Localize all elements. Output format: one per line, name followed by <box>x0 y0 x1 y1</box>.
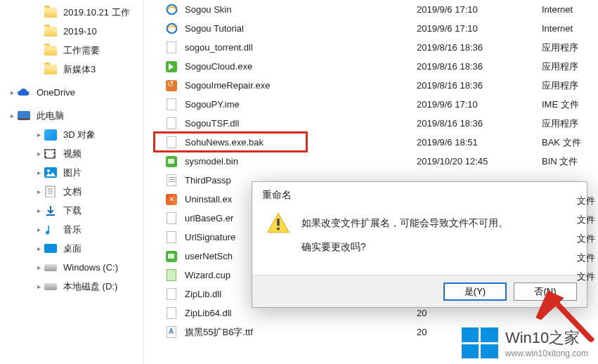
tree-item-folder[interactable]: 新媒体3 <box>0 60 143 79</box>
tree-item-doc[interactable]: ▸文档 <box>0 182 143 201</box>
watermark-url: www.win10xitong.com <box>505 349 588 358</box>
music-icon <box>44 223 58 237</box>
expand-caret-icon[interactable]: ▸ <box>34 282 44 290</box>
file-type: 应用程序 <box>542 60 578 73</box>
file-row[interactable]: Sogou Skin2019/9/6 17:10Internet <box>144 0 598 19</box>
file-date: 20 <box>417 308 542 318</box>
tree-item-label: 3D 对象 <box>63 129 96 141</box>
tree-item-folder[interactable]: 工作需要 <box>0 41 143 60</box>
file-row[interactable]: SogouPY.ime2019/9/6 17:10IME 文件 <box>144 95 598 114</box>
expand-caret-icon[interactable]: ▸ <box>7 112 17 119</box>
svg-rect-0 <box>45 150 55 158</box>
file-sys-icon <box>165 155 178 168</box>
tree-item-3d[interactable]: ▸3D 对象 <box>0 125 143 144</box>
file-row[interactable]: SogouImeRepair.exe2019/8/16 18:36应用程序 <box>144 76 598 95</box>
rename-dialog: 重命名 如果改变文件扩展名，可能会导致文件不可用。 确实要更改吗? 是(Y) 否… <box>252 181 587 308</box>
doc-icon <box>44 185 58 199</box>
file-date: 2019/9/6 17:10 <box>417 99 542 110</box>
file-row[interactable]: Sogou Tutorial2019/9/6 17:10Internet <box>144 19 598 38</box>
file-text-icon <box>165 174 178 187</box>
file-name: ZipLib64.dll <box>185 308 232 318</box>
file-name: SogouPY.ime <box>185 99 240 110</box>
type-column-edge: 文件文件文件文件文件 <box>577 191 595 286</box>
svg-rect-13 <box>46 214 55 216</box>
file-exe-orange-icon <box>165 79 178 92</box>
expand-caret-icon[interactable]: ▸ <box>34 169 44 176</box>
tree-item-label: 2019-10 <box>63 26 97 37</box>
tree-item-video[interactable]: ▸视频 <box>0 144 143 163</box>
file-type: IME 文件 <box>542 98 579 111</box>
file-date: 2019/9/6 17:10 <box>417 23 542 34</box>
file-date: 2019/10/20 12:45 <box>417 156 542 167</box>
expand-caret-icon[interactable]: ▸ <box>34 207 44 214</box>
tree-item-label: 音乐 <box>63 223 82 236</box>
drive-icon <box>44 261 58 275</box>
expand-caret-icon[interactable]: ▸ <box>7 89 17 96</box>
onedrive-icon <box>17 86 31 100</box>
tree-item-label: 此电脑 <box>37 110 64 122</box>
tree-item-onedrive[interactable]: ▸OneDrive <box>0 83 143 102</box>
tree-item-desktop[interactable]: ▸桌面 <box>0 239 143 258</box>
tree-item-drive[interactable]: ▸本地磁盘 (D:) <box>0 277 143 296</box>
svg-point-8 <box>47 169 50 172</box>
tree-item-drive[interactable]: ▸Windows (C:) <box>0 258 143 277</box>
svg-point-15 <box>167 24 176 34</box>
file-blank-icon <box>165 212 178 225</box>
dialog-button-row: 是(Y) 否(N) <box>252 275 587 307</box>
tree-item-folder[interactable]: 2019.10.21 工作 <box>0 3 143 22</box>
expand-caret-icon[interactable]: ▸ <box>34 150 44 157</box>
tree-item-label: 2019.10.21 工作 <box>63 6 130 19</box>
file-row[interactable]: SogouTSF.dll2019/8/16 18:36应用程序 <box>144 114 598 133</box>
tree-item-pic[interactable]: ▸图片 <box>0 163 143 182</box>
tree-item-label: 视频 <box>63 148 82 160</box>
expand-caret-icon[interactable]: ▸ <box>34 131 44 138</box>
svg-rect-4 <box>53 149 56 150</box>
file-name: Sogou Tutorial <box>185 23 244 34</box>
tree-item-label: OneDrive <box>37 87 75 98</box>
expand-caret-icon[interactable]: ▸ <box>34 188 44 195</box>
dialog-message-1: 如果改变文件扩展名，可能会导致文件不可用。 <box>301 212 508 235</box>
svg-rect-6 <box>53 156 56 157</box>
file-row[interactable]: SogouCloud.exe2019/8/16 18:36应用程序 <box>144 57 598 76</box>
desktop-icon <box>44 242 58 256</box>
svg-rect-5 <box>53 152 56 154</box>
file-type: BIN 文件 <box>542 155 578 168</box>
file-name: urlBaseG.er <box>185 213 233 223</box>
windows-logo-icon <box>462 327 498 358</box>
yes-button[interactable]: 是(Y) <box>443 282 507 301</box>
file-row[interactable]: SohuNews.exe.bak2019/9/6 18:51BAK 文件 <box>144 133 598 152</box>
folder-icon <box>44 63 58 77</box>
warning-icon <box>266 212 290 235</box>
tree-item-label: 桌面 <box>63 242 82 255</box>
tree-item-label: 工作需要 <box>63 44 100 57</box>
tree-item-folder[interactable]: 2019-10 <box>0 22 143 41</box>
file-type: BAK 文件 <box>542 136 581 149</box>
tree-item-download[interactable]: ▸下载 <box>0 201 143 220</box>
folder-icon <box>44 44 58 58</box>
svg-rect-2 <box>44 152 46 154</box>
svg-point-14 <box>167 5 176 15</box>
expand-caret-icon[interactable]: ▸ <box>34 226 44 233</box>
file-date: 2019/9/6 18:51 <box>417 137 542 148</box>
file-dll-icon <box>165 307 178 320</box>
file-row[interactable]: sysmodel.bin2019/10/20 12:45BIN 文件 <box>144 152 598 171</box>
pc-icon <box>17 109 31 123</box>
watermark: Win10之家 www.win10xitong.com <box>462 327 588 358</box>
file-name: SogouImeRepair.exe <box>185 80 270 91</box>
drive-icon <box>44 280 58 294</box>
expand-caret-icon[interactable]: ▸ <box>34 245 44 252</box>
file-name: Uninstall.ex <box>185 194 232 204</box>
tree-item-music[interactable]: ▸音乐 <box>0 220 143 239</box>
file-type: 应用程序 <box>542 41 578 54</box>
file-row[interactable]: sogou_torrent.dll2019/8/16 18:36应用程序 <box>144 38 598 57</box>
tree-item-label: 图片 <box>63 167 82 179</box>
expand-caret-icon[interactable]: ▸ <box>34 264 44 271</box>
tree-item-pc[interactable]: ▸此电脑 <box>0 106 143 125</box>
file-date: 2019/8/16 18:36 <box>417 61 542 72</box>
file-name: SohuNews.exe.bak <box>185 137 264 148</box>
tree-item-label: 下载 <box>63 204 82 217</box>
svg-rect-18 <box>277 228 279 230</box>
file-name: ThirdPassp <box>185 175 231 186</box>
file-name: 旗黑55扩B6字.ttf <box>185 326 253 339</box>
file-type: Internet <box>542 4 573 15</box>
